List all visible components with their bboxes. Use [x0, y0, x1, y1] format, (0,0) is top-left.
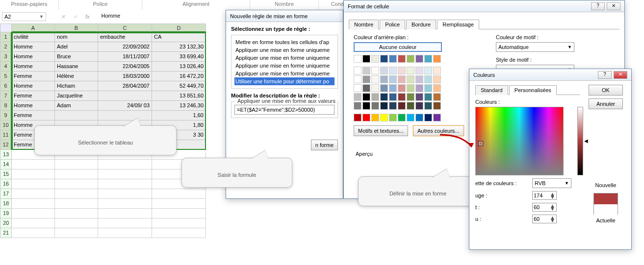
cell[interactable] [152, 228, 206, 238]
color-swatch[interactable] [415, 67, 423, 74]
color-swatch[interactable] [362, 55, 370, 63]
color-swatch[interactable] [398, 93, 406, 101]
cell[interactable] [98, 189, 152, 199]
color-swatch[interactable] [371, 67, 379, 74]
cell[interactable] [55, 209, 98, 218]
color-swatch[interactable] [354, 114, 361, 121]
rule-type-item[interactable]: Appliquer une mise en forme uniqueme [234, 70, 335, 77]
color-swatch[interactable] [415, 55, 423, 63]
ok-button[interactable]: OK [589, 85, 623, 96]
rule-formula-input[interactable] [234, 105, 335, 115]
luminosity-slider[interactable] [577, 107, 583, 175]
cell[interactable]: 13 246,30 [152, 101, 206, 111]
row-header[interactable]: 15 [0, 169, 12, 179]
cancel-formula-icon[interactable]: ✕ [61, 14, 65, 20]
no-color-button[interactable]: Aucune couleur [354, 42, 442, 52]
row-header[interactable]: 18 [0, 199, 12, 209]
cell[interactable] [98, 179, 152, 189]
color-swatch[interactable] [424, 93, 432, 101]
color-swatch[interactable] [362, 67, 370, 74]
row-header[interactable]: 6 [0, 81, 12, 91]
format-button[interactable]: n forme [311, 140, 338, 150]
row-header[interactable]: 14 [0, 160, 12, 169]
cell[interactable]: Hicham [55, 81, 98, 91]
color-swatch[interactable] [380, 55, 388, 63]
help-icon[interactable]: ? [591, 2, 605, 10]
color-swatch[interactable] [362, 114, 370, 121]
row-header[interactable]: 11 [0, 130, 12, 140]
color-swatch[interactable] [380, 84, 388, 92]
green-spinner[interactable]: 60▲▼ [532, 203, 557, 212]
color-swatch[interactable] [398, 75, 406, 83]
row-header[interactable]: 21 [0, 228, 12, 238]
color-swatch[interactable] [362, 75, 370, 83]
tab-border[interactable]: Bordure [406, 20, 436, 29]
color-swatch[interactable] [389, 93, 397, 101]
color-swatch[interactable] [362, 102, 370, 110]
name-box[interactable]: A2 ▼ [2, 12, 46, 21]
tab-font[interactable]: Police [380, 20, 405, 29]
color-swatch[interactable] [433, 75, 441, 83]
color-swatch[interactable] [380, 102, 388, 110]
row-header[interactable]: 16 [0, 179, 12, 189]
cell[interactable]: 33 699,40 [152, 52, 206, 62]
color-swatch[interactable] [415, 93, 423, 101]
color-swatch[interactable] [371, 114, 379, 121]
color-swatch[interactable] [407, 55, 414, 63]
cell[interactable] [98, 218, 152, 228]
cell[interactable]: Femme [12, 72, 55, 81]
cell[interactable]: 22/09/2002 [98, 42, 152, 52]
cell[interactable] [12, 228, 55, 238]
standard-color-row[interactable] [354, 114, 481, 121]
cell[interactable] [98, 169, 152, 179]
color-swatch[interactable] [433, 84, 441, 92]
row-header[interactable]: 13 [0, 150, 12, 160]
cell[interactable]: Hassane [55, 62, 98, 72]
cell[interactable]: 1,60 [152, 111, 206, 120]
help-icon[interactable]: ? [598, 71, 612, 79]
cell[interactable] [152, 218, 206, 228]
color-swatch[interactable] [371, 55, 379, 63]
color-swatch[interactable] [398, 67, 406, 74]
cell[interactable]: 16 472,20 [152, 72, 206, 81]
cell[interactable] [98, 91, 152, 101]
column-header-d[interactable]: D [152, 24, 206, 32]
cell[interactable] [55, 169, 98, 179]
select-all-corner[interactable] [0, 24, 12, 32]
cell[interactable]: 23 132,30 [152, 42, 206, 52]
patterns-textures-button[interactable]: Motifs et textures... [354, 125, 408, 136]
color-swatch[interactable] [354, 93, 361, 101]
cell[interactable]: embauche [98, 32, 152, 42]
cell[interactable] [12, 160, 55, 169]
cell[interactable]: 28/04/2007 [98, 81, 152, 91]
cell[interactable]: Bruce [55, 52, 98, 62]
color-swatch[interactable] [415, 84, 423, 92]
cell[interactable] [98, 228, 152, 238]
cell[interactable] [152, 199, 206, 209]
cell[interactable] [152, 209, 206, 218]
cell[interactable]: nom [55, 32, 98, 42]
rule-type-item[interactable]: Mettre en forme toutes les cellules d'ap [234, 38, 335, 46]
cell[interactable]: 52 449,70 [152, 81, 206, 91]
color-swatch[interactable] [389, 55, 397, 63]
rule-type-item[interactable]: Appliquer une mise en forme uniqueme [234, 46, 335, 54]
cell[interactable] [55, 189, 98, 199]
cell[interactable]: Homme [12, 81, 55, 91]
cell[interactable] [55, 218, 98, 228]
cell[interactable]: 18/03/2000 [98, 72, 152, 81]
color-swatch[interactable] [433, 55, 441, 63]
color-swatch[interactable] [398, 55, 406, 63]
cell[interactable] [12, 189, 55, 199]
cell[interactable]: Jacqueline [55, 91, 98, 101]
row-header[interactable]: 1 [0, 32, 12, 42]
color-swatch[interactable] [389, 84, 397, 92]
rule-type-item-selected[interactable]: Utiliser une formule pour déterminer po [234, 77, 335, 85]
color-swatch[interactable] [424, 75, 432, 83]
column-header-a[interactable]: A [12, 24, 55, 32]
color-swatch[interactable] [407, 102, 414, 110]
color-swatch[interactable] [371, 84, 379, 92]
row-header[interactable]: 17 [0, 189, 12, 199]
color-swatch[interactable] [424, 114, 432, 121]
color-swatch[interactable] [371, 93, 379, 101]
tab-standard[interactable]: Standard [475, 85, 508, 95]
